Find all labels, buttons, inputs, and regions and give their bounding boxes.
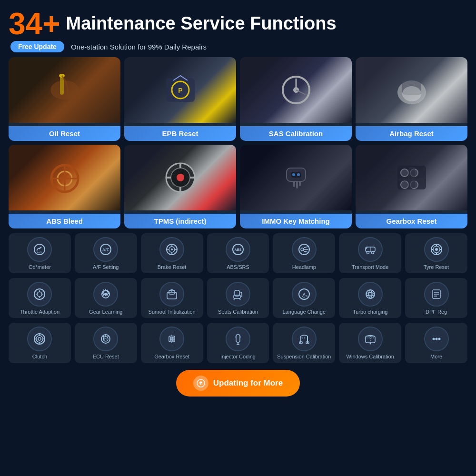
photo-card-airbag[interactable]: Airbag Reset [356, 57, 467, 141]
photo-card-abs[interactable]: ABS Bleed [9, 145, 120, 228]
icon-item-turbo[interactable]: Turbo charging [339, 278, 401, 318]
photo-card-immo[interactable]: IMMO Key Matching [240, 145, 352, 228]
gearbox-icon [159, 327, 184, 351]
card-label-immo: IMMO Key Matching [240, 214, 352, 228]
icon-item-seats[interactable]: Seats Calibration [207, 278, 269, 318]
feature-count: 34+ [9, 9, 60, 39]
main-container: 34+ Maintenance Service Functions Free U… [0, 0, 476, 476]
svg-point-46 [171, 248, 173, 250]
svg-line-55 [304, 247, 308, 248]
svg-text:A/F: A/F [102, 248, 109, 252]
svg-point-64 [435, 248, 438, 251]
language-icon: A S [292, 282, 317, 307]
brake-reset-label: Brake Reset [158, 264, 187, 270]
update-icon [193, 376, 208, 391]
subtitle-text: One-station Solution for 99% Daily Repai… [71, 43, 207, 51]
icon-item-language[interactable]: A S Language Change [273, 278, 335, 318]
icon-item-ecu-reset[interactable]: ECU ECU Reset [75, 323, 137, 363]
turbo-icon [358, 282, 383, 307]
svg-rect-122 [366, 336, 375, 343]
dpf-icon [424, 282, 449, 307]
svg-point-124 [369, 343, 371, 345]
svg-line-57 [304, 251, 308, 252]
turbo-label: Turbo charging [353, 309, 388, 315]
svg-rect-28 [299, 181, 301, 186]
photo-card-gearbox[interactable]: Gearbox Reset [356, 145, 467, 228]
svg-text:km/h: km/h [37, 251, 42, 254]
photo-card-sas[interactable]: SAS Calibration [240, 57, 352, 141]
sunroof-label: Sunroof Initialization [149, 309, 196, 315]
odometer-label: Od*meter [29, 264, 51, 270]
svg-point-127 [438, 338, 440, 340]
update-button[interactable]: Updating for More [176, 370, 300, 397]
icon-item-injector[interactable]: Injector Coding [207, 323, 269, 363]
language-label: Language Change [283, 309, 326, 315]
more-icon [424, 327, 449, 351]
tyre-reset-icon [424, 237, 449, 262]
throttle-label: Throttle Adaption [20, 309, 60, 315]
icon-item-headlamp[interactable]: Headlamp [273, 233, 335, 273]
icon-grid-row1: km/h Od*meter A/F A/F Setting [9, 233, 467, 273]
svg-text:ABS: ABS [235, 248, 242, 251]
svg-line-82 [234, 298, 235, 300]
icon-item-throttle[interactable]: Throttle Adaption [9, 278, 71, 318]
brake-icon [159, 237, 184, 262]
icon-grid-row3: Clutch ECU ECU Reset [9, 323, 467, 363]
svg-point-0 [50, 80, 79, 99]
icon-item-gearbox-reset[interactable]: Gearbox Reset [141, 323, 203, 363]
injector-label: Injector Coding [220, 354, 256, 360]
svg-point-97 [38, 337, 41, 340]
svg-point-89 [366, 290, 375, 298]
icon-item-af-setting[interactable]: A/F A/F Setting [75, 233, 137, 273]
icon-item-clutch[interactable]: Clutch [9, 323, 71, 363]
card-label-sas: SAS Calibration [240, 126, 352, 141]
svg-point-32 [401, 169, 408, 177]
abs-srs-label: ABS/SRS [227, 264, 249, 270]
svg-point-54 [301, 248, 304, 251]
clutch-icon [27, 327, 52, 351]
ecu-icon: ECU [93, 327, 118, 351]
icon-grid-row2: Throttle Adaption Gear Learning [9, 278, 467, 318]
update-button-label: Updating for More [213, 378, 283, 388]
svg-rect-112 [236, 335, 240, 342]
suspension-label: Suspension Calibration [277, 354, 331, 360]
icon-item-sunroof[interactable]: Sunroof Initialization [141, 278, 203, 318]
card-label-epb-reset: EPB Reset [124, 126, 236, 141]
svg-point-60 [371, 252, 374, 254]
svg-point-106 [170, 337, 172, 339]
seats-label: Seats Calibration [218, 309, 258, 315]
svg-rect-26 [293, 181, 295, 187]
transport-mode-icon [358, 237, 383, 262]
subtitle-row: Free Update One-station Solution for 99%… [10, 41, 467, 52]
more-label: More [430, 354, 442, 360]
icon-item-dpf[interactable]: DPF Reg [405, 278, 467, 318]
icon-item-windows[interactable]: Windows Calibration [339, 323, 401, 363]
photo-card-tpms[interactable]: TPMS (indirect) [124, 145, 236, 228]
card-label-airbag: Airbag Reset [356, 126, 467, 141]
svg-point-125 [432, 338, 435, 340]
icon-item-gear-learning[interactable]: Gear Learning [75, 278, 137, 318]
injector-icon [226, 327, 250, 351]
af-icon: A/F [93, 237, 118, 262]
svg-rect-27 [296, 181, 298, 188]
speedometer-icon: km/h [27, 237, 52, 262]
tyre-reset-label: Tyre Reset [424, 264, 449, 270]
svg-point-34 [401, 181, 408, 188]
photo-card-oil-reset[interactable]: Oil Reset [9, 57, 120, 141]
gear-learning-label: Gear Learning [89, 309, 122, 315]
icon-item-odometer[interactable]: km/h Od*meter [9, 233, 71, 273]
card-label-tpms: TPMS (indirect) [124, 214, 236, 228]
icon-item-abs-srs[interactable]: ABS ABS/SRS [207, 233, 269, 273]
icon-item-brake-reset[interactable]: Brake Reset [141, 233, 203, 273]
icon-item-transport-mode[interactable]: Transport Mode [339, 233, 401, 273]
photo-card-epb-reset[interactable]: P EPB Reset [124, 57, 236, 141]
icon-item-more[interactable]: More [405, 323, 467, 363]
gearbox-reset-label: Gearbox Reset [154, 354, 189, 360]
icon-item-suspension[interactable]: Suspension Calibration [273, 323, 335, 363]
card-label-abs: ABS Bleed [9, 214, 120, 228]
svg-line-83 [239, 298, 240, 300]
icon-item-tyre-reset[interactable]: Tyre Reset [405, 233, 467, 273]
svg-rect-105 [169, 336, 175, 342]
af-setting-label: A/F Setting [93, 264, 119, 270]
svg-point-108 [170, 339, 172, 341]
